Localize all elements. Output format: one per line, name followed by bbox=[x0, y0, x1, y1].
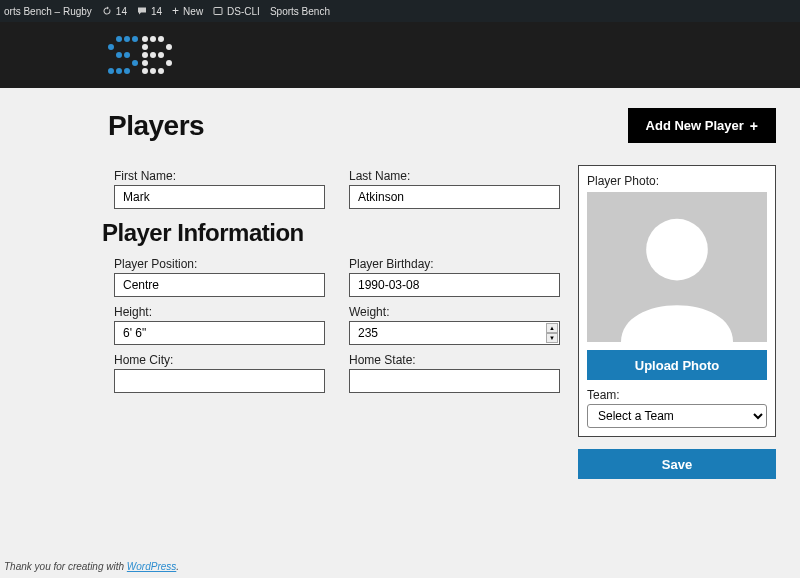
admin-updates[interactable]: 14 bbox=[102, 6, 127, 17]
plus-icon: + bbox=[172, 4, 179, 18]
admin-sportsbench[interactable]: Sports Bench bbox=[270, 6, 330, 17]
avatar-icon bbox=[607, 202, 747, 342]
spinner-up[interactable]: ▲ bbox=[546, 323, 558, 333]
team-label: Team: bbox=[587, 388, 767, 402]
height-input[interactable] bbox=[114, 321, 325, 345]
player-photo-card: Player Photo: Upload Photo Team: Select … bbox=[578, 165, 776, 437]
team-select[interactable]: Select a Team bbox=[587, 404, 767, 428]
admin-bar: orts Bench – Rugby 14 14 + New DS-CLI Sp… bbox=[0, 0, 800, 22]
admin-comments[interactable]: 14 bbox=[137, 6, 162, 17]
svg-rect-0 bbox=[214, 8, 222, 15]
add-new-player-button[interactable]: Add New Player+ bbox=[628, 108, 776, 143]
save-button[interactable]: Save bbox=[578, 449, 776, 479]
refresh-icon bbox=[102, 6, 112, 16]
weight-input[interactable] bbox=[349, 321, 560, 345]
comment-icon bbox=[137, 6, 147, 16]
home-state-label: Home State: bbox=[349, 353, 560, 367]
weight-label: Weight: bbox=[349, 305, 560, 319]
svg-point-1 bbox=[646, 219, 708, 281]
logo bbox=[108, 36, 172, 74]
number-spinner[interactable]: ▲▼ bbox=[546, 323, 558, 343]
position-label: Player Position: bbox=[114, 257, 325, 271]
page-title: Players bbox=[108, 110, 204, 142]
home-city-label: Home City: bbox=[114, 353, 325, 367]
upload-photo-button[interactable]: Upload Photo bbox=[587, 350, 767, 380]
plus-icon: + bbox=[750, 119, 758, 133]
home-city-input[interactable] bbox=[114, 369, 325, 393]
admin-new[interactable]: + New bbox=[172, 4, 203, 18]
terminal-icon bbox=[213, 6, 223, 16]
footer: Thank you for creating with WordPress. bbox=[4, 561, 179, 572]
site-header bbox=[0, 22, 800, 88]
home-state-input[interactable] bbox=[349, 369, 560, 393]
height-label: Height: bbox=[114, 305, 325, 319]
spinner-down[interactable]: ▼ bbox=[546, 333, 558, 343]
admin-dscli[interactable]: DS-CLI bbox=[213, 6, 260, 17]
last-name-label: Last Name: bbox=[349, 169, 560, 183]
first-name-label: First Name: bbox=[114, 169, 325, 183]
player-photo-label: Player Photo: bbox=[587, 174, 767, 188]
wordpress-link[interactable]: WordPress bbox=[127, 561, 176, 572]
admin-site-name[interactable]: orts Bench – Rugby bbox=[4, 6, 92, 17]
birthday-input[interactable] bbox=[349, 273, 560, 297]
first-name-input[interactable] bbox=[114, 185, 325, 209]
last-name-input[interactable] bbox=[349, 185, 560, 209]
birthday-label: Player Birthday: bbox=[349, 257, 560, 271]
photo-placeholder bbox=[587, 192, 767, 342]
section-title: Player Information bbox=[102, 219, 560, 247]
position-input[interactable] bbox=[114, 273, 325, 297]
